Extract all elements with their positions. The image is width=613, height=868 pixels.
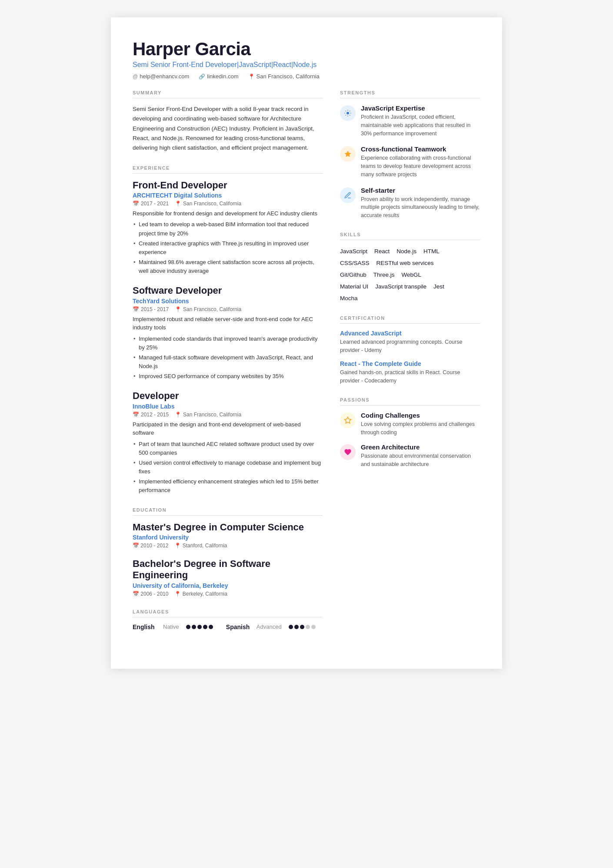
bullet-3-2: Used version control effectively to mana… [133, 459, 323, 476]
languages-row: English Native Spanish Advanced [133, 623, 323, 630]
dot-s-2 [294, 625, 299, 629]
skill-react: React [374, 246, 390, 256]
exp-location-3: 📍 San Francisco, California [175, 412, 241, 418]
exp-location-1: 📍 San Francisco, California [175, 201, 241, 207]
bullet-3-1: Part of team that launched AEC related s… [133, 440, 323, 457]
lang-level-spanish: Advanced [257, 623, 282, 630]
strength-content-2: Cross-functional Teamwork Experience col… [361, 145, 480, 178]
svg-point-0 [346, 112, 349, 114]
edu-location-1: 📍 Stanford, California [174, 543, 227, 549]
passion-desc-2: Passionate about environmental conservat… [361, 452, 480, 469]
edu-item-1: Master's Degree in Computer Science Stan… [133, 522, 323, 549]
skill-jest: Jest [433, 282, 444, 292]
passion-desc-1: Love solving complex problems and challe… [361, 420, 480, 437]
exp-title-3: Developer [133, 390, 323, 402]
language-spanish: Spanish Advanced [226, 623, 316, 630]
language-english: English Native [133, 623, 213, 630]
main-content: SUMMARY Semi Senior Front-End Developer … [133, 90, 480, 643]
cert-title-2: React - The Complete Guide [340, 360, 480, 367]
skill-nodejs: Node.js [396, 246, 416, 256]
languages-section: LANGUAGES English Native [133, 609, 323, 630]
passion-title-1: Coding Challenges [361, 412, 480, 419]
svg-marker-2 [345, 417, 351, 423]
skills-grid: JavaScript React Node.js HTML CSS/SASS R… [340, 246, 480, 303]
svg-marker-1 [345, 151, 351, 157]
strength-content-1: JavaScript Expertise Proficient in JavaS… [361, 104, 480, 137]
skill-row-1: JavaScript React Node.js HTML [340, 246, 480, 256]
edu-location-2: 📍 Berkeley, California [174, 591, 227, 597]
skills-section: SKILLS JavaScript React Node.js HTML CSS… [340, 232, 480, 303]
skills-label: SKILLS [340, 232, 480, 240]
pin-edu-1: 📍 [174, 543, 181, 549]
passion-title-2: Green Architecture [361, 443, 480, 451]
exp-item-2: Software Developer TechYard Solutions 📅 … [133, 285, 323, 381]
skill-row-2: CSS/SASS RESTful web services [340, 258, 480, 268]
location-contact: 📍 San Francisco, California [248, 73, 320, 80]
passions-section: PASSIONS Coding Challenges Love solving … [340, 397, 480, 469]
bullet-2-1: Implemented code standards that improved… [133, 335, 323, 352]
dot-s-4 [306, 625, 310, 629]
dot-s-3 [300, 625, 304, 629]
email-icon: @ [133, 74, 138, 80]
strength-title-3: Self-starter [361, 187, 480, 194]
exp-meta-1: 📅 2017 - 2021 📍 San Francisco, Californi… [133, 201, 323, 207]
summary-section: SUMMARY Semi Senior Front-End Developer … [133, 90, 323, 153]
calendar-icon-3: 📅 [133, 412, 139, 418]
edu-item-2: Bachelor's Degree in Software Engineerin… [133, 558, 323, 597]
certification-label: CERTIFICATION [340, 315, 480, 324]
skill-threejs: Three.js [373, 270, 395, 280]
skill-jstranspile: JavaScript transpile [375, 282, 426, 292]
lang-dots-spanish [289, 625, 316, 629]
bullet-1-3: Maintained 98.6% average client satisfac… [133, 258, 323, 275]
linkedin-contact: 🔗 linkedin.com [199, 73, 238, 80]
cert-desc-2: Gained hands-on, practical skills in Rea… [340, 369, 480, 385]
candidate-name: Harper Garcia [133, 39, 480, 59]
pin-edu-2: 📍 [174, 591, 181, 597]
strength-desc-2: Experience collaborating with cross-func… [361, 154, 480, 178]
skill-webgl: WebGL [402, 270, 422, 280]
dot-e-5 [209, 625, 213, 629]
exp-title-1: Front-End Developer [133, 180, 323, 191]
edu-school-1: Stanford University [133, 534, 323, 541]
edu-meta-2: 📅 2006 - 2010 📍 Berkeley, California [133, 591, 323, 597]
bullet-1-1: Led team to develop a web-based BIM info… [133, 220, 323, 238]
summary-text: Semi Senior Front-End Developer with a s… [133, 104, 323, 153]
strength-content-3: Self-starter Proven ability to work inde… [361, 187, 480, 220]
email-contact: @ help@enhancv.com [133, 73, 189, 80]
bullet-3-3: Implemented efficiency enhancement strat… [133, 477, 323, 495]
summary-label: SUMMARY [133, 90, 323, 98]
strength-desc-3: Proven ability to work independently, ma… [361, 195, 480, 220]
calendar-icon-1: 📅 [133, 201, 139, 207]
exp-dates-3: 📅 2012 - 2015 [133, 412, 169, 418]
skill-css: CSS/SASS [340, 258, 370, 268]
exp-meta-3: 📅 2012 - 2015 📍 San Francisco, Californi… [133, 412, 323, 418]
right-column: STRENGTHS JavaScript Expertise Proficien… [340, 90, 480, 643]
exp-item-3: Developer InnoBlue Labs 📅 2012 - 2015 📍 … [133, 390, 323, 495]
calendar-icon-2: 📅 [133, 306, 139, 312]
passion-content-1: Coding Challenges Love solving complex p… [361, 412, 480, 437]
dot-e-1 [186, 625, 190, 629]
strength-item-1: JavaScript Expertise Proficient in JavaS… [340, 104, 480, 137]
lang-name-english: English [133, 623, 159, 630]
experience-section: EXPERIENCE Front-End Developer ARCHITECH… [133, 165, 323, 495]
exp-title-2: Software Developer [133, 285, 323, 296]
strength-icon-3 [340, 188, 356, 203]
passion-icon-2 [340, 444, 356, 460]
edu-school-2: University of California, Berkeley [133, 582, 323, 589]
resume: Harper Garcia Semi Senior Front-End Deve… [111, 17, 502, 669]
skill-row-3: Git/Github Three.js WebGL [340, 270, 480, 280]
bullet-1-2: Created interactive graphics with Three.… [133, 239, 323, 257]
languages-label: LANGUAGES [133, 609, 323, 617]
strength-icon-1 [340, 105, 356, 121]
dot-s-5 [311, 625, 316, 629]
lang-dots-english [186, 625, 213, 629]
contact-info: @ help@enhancv.com 🔗 linkedin.com 📍 San … [133, 73, 480, 80]
location-icon: 📍 [248, 74, 255, 80]
strengths-label: STRENGTHS [340, 90, 480, 98]
lang-name-spanish: Spanish [226, 623, 252, 630]
exp-company-3: InnoBlue Labs [133, 403, 323, 410]
strengths-section: STRENGTHS JavaScript Expertise Proficien… [340, 90, 480, 220]
bullet-2-2: Managed full-stack software development … [133, 353, 323, 371]
skill-materialui: Material UI [340, 282, 368, 292]
bullet-2-3: Improved SEO performance of company webs… [133, 372, 323, 381]
